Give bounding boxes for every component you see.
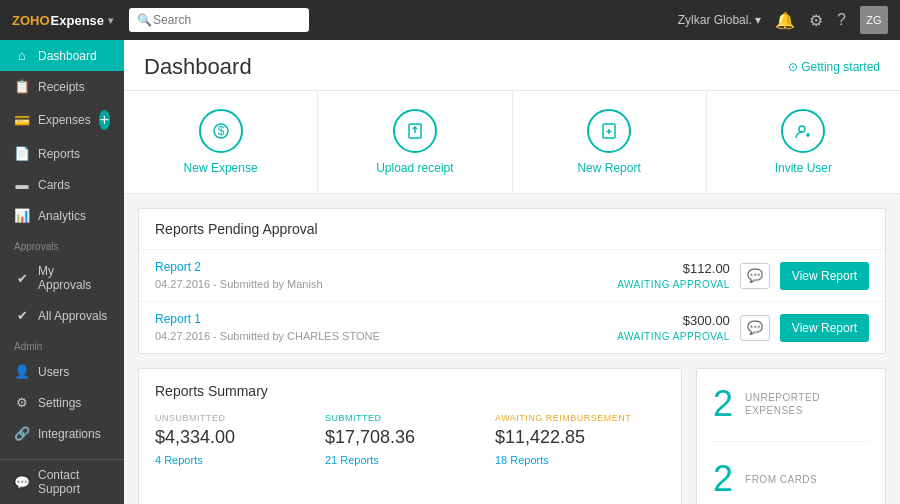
stat-label-1: SUBMITTED xyxy=(325,413,479,423)
page-title: Dashboard xyxy=(144,54,252,80)
summary-stat-2: AWAITING REIMBURSEMENT $11,422.85 18 Rep… xyxy=(495,413,665,467)
admin-section-label: Admin xyxy=(0,331,124,356)
pending-approval-panel: Reports Pending Approval Report 2 04.27.… xyxy=(138,208,886,354)
sidebar-label-reports: Reports xyxy=(38,147,110,161)
stat-value-2: $11,422.85 xyxy=(495,427,649,448)
approval-row-1: Report 1 04.27.2016 - Submitted by CHARL… xyxy=(139,302,885,353)
sidebar-label-cards: Cards xyxy=(38,178,110,192)
org-selector[interactable]: Zylkar Global. ▾ xyxy=(678,13,761,27)
sidebar-item-cards[interactable]: ▬Cards xyxy=(0,169,124,200)
approvals-section-label: Approvals xyxy=(0,231,124,256)
stat-value-0: $4,334.00 xyxy=(155,427,309,448)
add-expense-button[interactable]: + xyxy=(99,110,110,130)
approval-row-0: Report 2 04.27.2016 - Submitted by Manis… xyxy=(139,250,885,302)
contact-support-icon: 💬 xyxy=(14,475,30,490)
sidebar-label-users: Users xyxy=(38,365,110,379)
integrations-icon: 🔗 xyxy=(14,426,30,441)
approval-link-1[interactable]: Report 1 xyxy=(155,312,607,326)
content-area: Reports Pending Approval Report 2 04.27.… xyxy=(124,194,900,504)
sidebar-label-analytics: Analytics xyxy=(38,209,110,223)
svg-text:$: $ xyxy=(217,124,224,138)
sidebar-label-expenses: Expenses xyxy=(38,113,91,127)
summary-stat-1: SUBMITTED $17,708.36 21 Reports xyxy=(325,413,495,467)
search-wrapper: 🔍 xyxy=(129,8,309,32)
approval-amount-1: $300.00 AWAITING APPROVAL xyxy=(617,313,730,343)
main-header: Dashboard Getting started xyxy=(124,40,900,91)
logo-expense: Expense xyxy=(51,13,104,28)
settings-icon[interactable]: ⚙ xyxy=(809,11,823,30)
summary-stat-0: UNSUBMITTED $4,334.00 4 Reports xyxy=(155,413,325,467)
sidebar-label-dashboard: Dashboard xyxy=(38,49,110,63)
main-content: Dashboard Getting started $New ExpenseUp… xyxy=(124,40,900,504)
cards-icon: ▬ xyxy=(14,177,30,192)
upload-receipt-icon xyxy=(393,109,437,153)
avatar[interactable]: ZG xyxy=(860,6,888,34)
approval-status-1: AWAITING APPROVAL xyxy=(617,331,730,342)
contact-support-label: Contact Support xyxy=(38,468,110,496)
right-num-0: 2 xyxy=(713,383,733,425)
dashboard-icon: ⌂ xyxy=(14,48,30,63)
sidebar-item-dashboard[interactable]: ⌂Dashboard xyxy=(0,40,124,71)
approval-meta-0: 04.27.2016 - Submitted by Manish xyxy=(155,278,323,290)
notifications-icon[interactable]: 🔔 xyxy=(775,11,795,30)
sidebar-item-reports[interactable]: 📄Reports xyxy=(0,138,124,169)
new-expense-label: New Expense xyxy=(184,161,258,175)
chat-icon-1[interactable]: 💬 xyxy=(740,315,770,341)
sidebar-item-contact-support[interactable]: 💬 Contact Support xyxy=(0,460,124,504)
summary-right-panel: 2 UNREPORTED EXPENSES 2 FROM CARDS xyxy=(696,368,886,504)
quick-action-upload-receipt[interactable]: Upload receipt xyxy=(318,91,512,193)
new-report-label: New Report xyxy=(577,161,640,175)
help-icon[interactable]: ? xyxy=(837,11,846,29)
stat-link-1[interactable]: 21 Reports xyxy=(325,454,379,466)
sidebar-item-receipts[interactable]: 📋Receipts xyxy=(0,71,124,102)
approval-amount-val-0: $112.00 xyxy=(617,261,730,276)
approval-amount-val-1: $300.00 xyxy=(617,313,730,328)
right-stat-0: 2 UNREPORTED EXPENSES xyxy=(713,383,869,425)
quick-action-new-report[interactable]: New Report xyxy=(513,91,707,193)
quick-action-invite-user[interactable]: Invite User xyxy=(707,91,900,193)
analytics-icon: 📊 xyxy=(14,208,30,223)
sidebar-label-integrations: Integrations xyxy=(38,427,110,441)
right-stat-1: 2 FROM CARDS xyxy=(713,458,869,500)
header-right: Zylkar Global. ▾ 🔔 ⚙ ? ZG xyxy=(678,6,888,34)
sidebar-item-my-approvals[interactable]: ✔My Approvals xyxy=(0,256,124,300)
summary-stats: UNSUBMITTED $4,334.00 4 Reports SUBMITTE… xyxy=(155,413,665,467)
approval-link-0[interactable]: Report 2 xyxy=(155,260,607,274)
quick-actions-bar: $New ExpenseUpload receiptNew ReportInvi… xyxy=(124,91,900,194)
users-icon: 👤 xyxy=(14,364,30,379)
right-num-1: 2 xyxy=(713,458,733,500)
sidebar-item-integrations[interactable]: 🔗Integrations xyxy=(0,418,124,449)
reports-icon: 📄 xyxy=(14,146,30,161)
sidebar-label-receipts: Receipts xyxy=(38,80,110,94)
new-report-icon xyxy=(587,109,631,153)
divider-1 xyxy=(713,441,869,442)
svg-point-7 xyxy=(799,126,805,132)
view-report-btn-1[interactable]: View Report xyxy=(780,314,869,342)
invite-user-icon xyxy=(781,109,825,153)
sidebar-item-settings[interactable]: ⚙Settings xyxy=(0,387,124,418)
right-label-0: UNREPORTED EXPENSES xyxy=(745,391,869,417)
invite-user-label: Invite User xyxy=(775,161,832,175)
approval-info-1: Report 1 04.27.2016 - Submitted by CHARL… xyxy=(155,312,607,343)
quick-action-new-expense[interactable]: $New Expense xyxy=(124,91,318,193)
search-input[interactable] xyxy=(129,8,309,32)
settings-icon: ⚙ xyxy=(14,395,30,410)
sidebar-item-expenses[interactable]: 💳Expenses+ xyxy=(0,102,124,138)
view-report-btn-0[interactable]: View Report xyxy=(780,262,869,290)
new-expense-icon: $ xyxy=(199,109,243,153)
sidebar-item-users[interactable]: 👤Users xyxy=(0,356,124,387)
stat-link-0[interactable]: 4 Reports xyxy=(155,454,203,466)
sidebar-label-settings: Settings xyxy=(38,396,110,410)
getting-started-link[interactable]: Getting started xyxy=(788,60,880,74)
expenses-icon: 💳 xyxy=(14,113,30,128)
sidebar-item-all-approvals[interactable]: ✔All Approvals xyxy=(0,300,124,331)
stat-link-2[interactable]: 18 Reports xyxy=(495,454,549,466)
app-logo[interactable]: ZOHO Expense ▾ xyxy=(12,13,113,28)
logo-caret-icon: ▾ xyxy=(108,15,113,26)
sidebar-item-analytics[interactable]: 📊Analytics xyxy=(0,200,124,231)
reports-summary-title: Reports Summary xyxy=(155,383,665,399)
reports-summary-panel: Reports Summary UNSUBMITTED $4,334.00 4 … xyxy=(138,368,682,504)
approval-status-0: AWAITING APPROVAL xyxy=(617,279,730,290)
chat-icon-0[interactable]: 💬 xyxy=(740,263,770,289)
layout: ⌂Dashboard📋Receipts💳Expenses+📄Reports▬Ca… xyxy=(0,40,900,504)
